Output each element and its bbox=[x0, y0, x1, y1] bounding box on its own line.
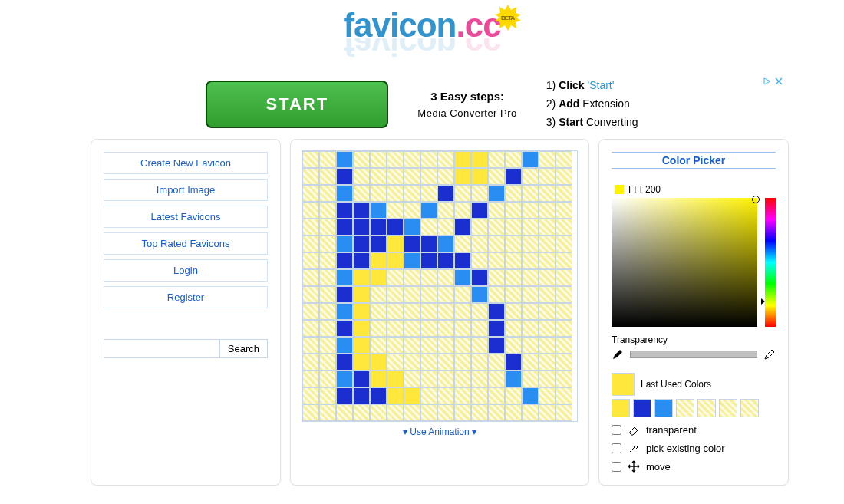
pixel-cell[interactable] bbox=[387, 168, 404, 185]
pixel-cell[interactable] bbox=[488, 303, 505, 320]
pixel-cell[interactable] bbox=[353, 219, 370, 236]
pixel-cell[interactable] bbox=[420, 252, 437, 269]
pixel-cell[interactable] bbox=[539, 269, 556, 286]
pixel-cell[interactable] bbox=[404, 303, 420, 320]
transparent-checkbox[interactable] bbox=[612, 425, 621, 435]
pixel-cell[interactable] bbox=[539, 168, 556, 185]
pixel-cell[interactable] bbox=[319, 303, 336, 320]
pixel-cell[interactable] bbox=[488, 151, 505, 168]
pixel-cell[interactable] bbox=[454, 236, 471, 252]
pixel-cell[interactable] bbox=[336, 151, 353, 168]
pixel-cell[interactable] bbox=[437, 371, 454, 387]
pixel-cell[interactable] bbox=[336, 371, 353, 387]
pixel-cell[interactable] bbox=[454, 354, 471, 371]
pixel-cell[interactable] bbox=[336, 303, 353, 320]
pixel-cell[interactable] bbox=[505, 337, 522, 354]
pixel-cell[interactable] bbox=[539, 286, 556, 303]
pixel-cell[interactable] bbox=[488, 320, 505, 337]
nav-item[interactable]: Latest Favicons bbox=[104, 206, 268, 228]
pixel-cell[interactable] bbox=[302, 337, 319, 354]
pixel-cell[interactable] bbox=[319, 371, 336, 387]
pixel-cell[interactable] bbox=[420, 151, 437, 168]
pixel-cell[interactable] bbox=[387, 269, 404, 286]
hue-slider[interactable] bbox=[765, 198, 776, 327]
pixel-cell[interactable] bbox=[420, 185, 437, 202]
pixel-cell[interactable] bbox=[454, 320, 471, 337]
pixel-cell[interactable] bbox=[370, 371, 387, 387]
pixel-cell[interactable] bbox=[420, 354, 437, 371]
nav-item[interactable]: Top Rated Favicons bbox=[104, 232, 268, 255]
pixel-cell[interactable] bbox=[505, 387, 522, 404]
pixel-cell[interactable] bbox=[471, 269, 488, 286]
pixel-cell[interactable] bbox=[420, 371, 437, 387]
pixel-cell[interactable] bbox=[353, 168, 370, 185]
last-used-swatch[interactable] bbox=[612, 399, 630, 417]
pixel-cell[interactable] bbox=[539, 202, 556, 219]
pixel-cell[interactable] bbox=[454, 252, 471, 269]
pixel-cell[interactable] bbox=[387, 337, 404, 354]
pixel-cell[interactable] bbox=[471, 354, 488, 371]
pixel-cell[interactable] bbox=[404, 269, 420, 286]
pixel-cell[interactable] bbox=[370, 404, 387, 421]
pixel-cell[interactable] bbox=[556, 371, 572, 387]
pixel-cell[interactable] bbox=[353, 303, 370, 320]
search-input[interactable] bbox=[104, 339, 219, 358]
adchoices[interactable] bbox=[763, 77, 783, 86]
pixel-cell[interactable] bbox=[454, 286, 471, 303]
pixel-cell[interactable] bbox=[404, 337, 420, 354]
pixel-cell[interactable] bbox=[302, 387, 319, 404]
pixel-cell[interactable] bbox=[302, 202, 319, 219]
pixel-cell[interactable] bbox=[319, 219, 336, 236]
pixel-cell[interactable] bbox=[353, 202, 370, 219]
pixel-cell[interactable] bbox=[488, 185, 505, 202]
pixel-cell[interactable] bbox=[336, 219, 353, 236]
pixel-cell[interactable] bbox=[336, 387, 353, 404]
pixel-cell[interactable] bbox=[336, 236, 353, 252]
pixel-cell[interactable] bbox=[437, 252, 454, 269]
pixel-cell[interactable] bbox=[370, 236, 387, 252]
pixel-cell[interactable] bbox=[488, 168, 505, 185]
pixel-cell[interactable] bbox=[488, 354, 505, 371]
pixel-cell[interactable] bbox=[370, 286, 387, 303]
pixel-cell[interactable] bbox=[539, 337, 556, 354]
pixel-cell[interactable] bbox=[556, 354, 572, 371]
pixel-cell[interactable] bbox=[319, 236, 336, 252]
pixel-cell[interactable] bbox=[387, 151, 404, 168]
pixel-cell[interactable] bbox=[302, 320, 319, 337]
pixel-cell[interactable] bbox=[522, 320, 539, 337]
pixel-cell[interactable] bbox=[404, 185, 420, 202]
tool-pick[interactable]: pick existing color bbox=[612, 442, 776, 454]
pixel-cell[interactable] bbox=[556, 320, 572, 337]
pixel-cell[interactable] bbox=[505, 185, 522, 202]
nav-link[interactable]: Top Rated Favicons bbox=[104, 233, 267, 254]
pixel-cell[interactable] bbox=[437, 168, 454, 185]
pixel-cell[interactable] bbox=[522, 404, 539, 421]
pixel-cell[interactable] bbox=[539, 404, 556, 421]
pixel-cell[interactable] bbox=[488, 337, 505, 354]
pixel-cell[interactable] bbox=[370, 168, 387, 185]
pixel-cell[interactable] bbox=[522, 354, 539, 371]
pixel-cell[interactable] bbox=[336, 286, 353, 303]
pixel-cell[interactable] bbox=[471, 286, 488, 303]
pixel-cell[interactable] bbox=[370, 354, 387, 371]
search-button[interactable]: Search bbox=[219, 339, 268, 358]
pixel-cell[interactable] bbox=[505, 371, 522, 387]
pixel-cell[interactable] bbox=[387, 219, 404, 236]
pixel-cell[interactable] bbox=[522, 185, 539, 202]
close-icon[interactable] bbox=[775, 77, 783, 85]
pixel-cell[interactable] bbox=[336, 320, 353, 337]
pixel-cell[interactable] bbox=[404, 236, 420, 252]
pixel-cell[interactable] bbox=[370, 252, 387, 269]
pixel-cell[interactable] bbox=[302, 236, 319, 252]
nav-link[interactable]: Create New Favicon bbox=[104, 153, 267, 173]
pixel-cell[interactable] bbox=[505, 252, 522, 269]
pixel-cell[interactable] bbox=[420, 168, 437, 185]
pixel-cell[interactable] bbox=[522, 371, 539, 387]
tool-move[interactable]: move bbox=[612, 460, 776, 473]
pixel-cell[interactable] bbox=[302, 185, 319, 202]
move-checkbox[interactable] bbox=[612, 462, 621, 472]
pixel-cell[interactable] bbox=[454, 202, 471, 219]
pixel-cell[interactable] bbox=[370, 202, 387, 219]
pixel-cell[interactable] bbox=[471, 387, 488, 404]
pixel-cell[interactable] bbox=[353, 236, 370, 252]
